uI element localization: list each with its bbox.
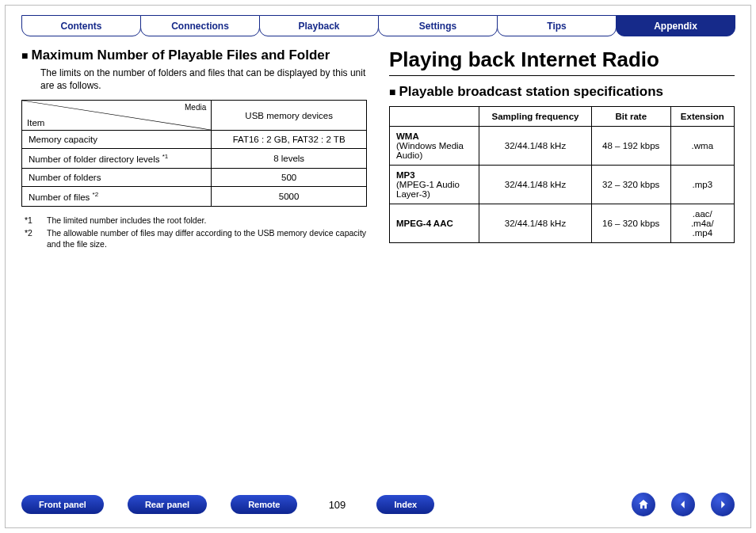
codec-ext: .wma [670, 127, 734, 166]
tab-playback[interactable]: Playback [259, 15, 379, 36]
codec-table: Sampling frequency Bit rate Extension WM… [389, 106, 735, 243]
codec-ext: .aac/ .m4a/ .mp4 [670, 204, 734, 243]
table-row: MP3(MPEG-1 Audio Layer-3) 32/44.1/48 kHz… [390, 166, 735, 204]
tab-appendix[interactable]: Appendix [616, 15, 735, 36]
codec-freq: 32/44.1/48 kHz [479, 127, 592, 166]
right-column: Playing back Internet Radio ■ Playable b… [389, 48, 735, 252]
row-note: *1 [162, 153, 169, 160]
svg-line-0 [22, 101, 211, 130]
codec-ext: .mp3 [670, 166, 734, 204]
tab-connections[interactable]: Connections [140, 15, 260, 36]
codec-th-bitrate: Bit rate [591, 107, 670, 127]
row-item: Memory capacity [29, 135, 97, 144]
bullet-icon: ■ [389, 86, 395, 97]
codec-sub: (MPEG-1 Audio Layer-3) [396, 180, 460, 199]
row-note: *2 [93, 191, 99, 198]
right-heading-text: Playable broadcast station specification… [399, 84, 663, 100]
table-row: Number of folder directory levels *1 8 l… [22, 149, 367, 169]
codec-name: WMA [396, 131, 419, 141]
tab-tips[interactable]: Tips [497, 15, 617, 36]
table-row: WMA(Windows Media Audio) 32/44.1/48 kHz … [390, 127, 735, 166]
bottom-nav: Front panel Rear panel Remote 109 Index [21, 493, 735, 516]
page-title: Playing back Internet Radio [389, 48, 735, 76]
top-tabs: Contents Connections Playback Settings T… [21, 15, 735, 36]
row-value: FAT16 : 2 GB, FAT32 : 2 TB [212, 131, 367, 149]
codec-th-blank [390, 107, 479, 127]
codec-name: MP3 [396, 170, 415, 180]
row-item: Number of files [29, 192, 90, 202]
footnotes: *1 The limited number includes the root … [25, 215, 367, 250]
row-value: 5000 [212, 187, 367, 207]
table-row: Number of files *2 5000 [22, 187, 367, 207]
table-row: Number of folders 500 [22, 169, 367, 187]
remote-button[interactable]: Remote [231, 495, 297, 514]
prev-icon[interactable] [671, 493, 695, 516]
footnote-text: The limited number includes the root fol… [47, 215, 206, 226]
next-icon[interactable] [711, 493, 735, 516]
rear-panel-button[interactable]: Rear panel [128, 495, 207, 514]
footnote-text: The allowable number of files may differ… [47, 227, 367, 249]
item-label: Item [27, 118, 44, 128]
home-icon[interactable] [632, 493, 655, 516]
index-button[interactable]: Index [376, 495, 434, 514]
codec-freq: 32/44.1/48 kHz [479, 204, 592, 243]
left-lead: The limits on the number of folders and … [40, 67, 367, 92]
page-number: 109 [321, 499, 353, 511]
codec-freq: 32/44.1/48 kHz [479, 166, 592, 204]
left-column: ■ Maximum Number of Playable Files and F… [21, 48, 367, 252]
tab-contents[interactable]: Contents [21, 15, 141, 36]
front-panel-button[interactable]: Front panel [21, 495, 104, 514]
right-heading: ■ Playable broadcast station specificati… [389, 84, 735, 100]
left-heading: ■ Maximum Number of Playable Files and F… [21, 48, 367, 63]
row-value: 8 levels [212, 149, 367, 169]
codec-bitrate: 16 – 320 kbps [591, 204, 670, 243]
codec-sub: (Windows Media Audio) [396, 141, 464, 160]
row-value: 500 [212, 169, 367, 187]
left-heading-text: Maximum Number of Playable Files and Fol… [31, 48, 330, 63]
row-item: Number of folders [29, 173, 101, 182]
tab-settings[interactable]: Settings [378, 15, 498, 36]
table-row: Memory capacity FAT16 : 2 GB, FAT32 : 2 … [22, 131, 367, 149]
col-header: USB memory devices [212, 101, 367, 131]
footnote-mark: *2 [25, 227, 39, 249]
media-label: Media [185, 103, 206, 112]
codec-bitrate: 48 – 192 kbps [591, 127, 670, 166]
footnote-mark: *1 [25, 215, 39, 226]
codec-name: MPEG-4 AAC [396, 219, 453, 228]
bullet-icon: ■ [21, 50, 28, 61]
codec-th-ext: Extension [670, 107, 734, 127]
row-item: Number of folder directory levels [29, 154, 160, 164]
table-row: MPEG-4 AAC 32/44.1/48 kHz 16 – 320 kbps … [390, 204, 735, 243]
codec-th-freq: Sampling frequency [479, 107, 592, 127]
codec-bitrate: 32 – 320 kbps [591, 166, 670, 204]
limits-table: Media Item USB memory devices Memory cap… [21, 100, 367, 207]
